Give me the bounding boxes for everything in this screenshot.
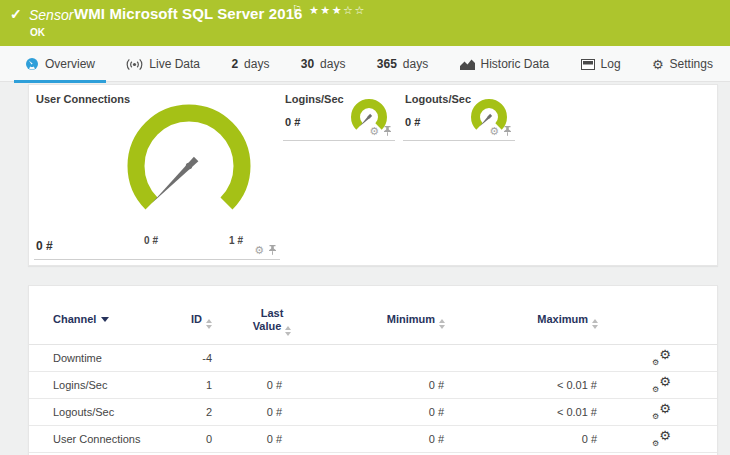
column-header-last-value[interactable]: Last Value bbox=[242, 307, 302, 336]
table-row: Downtime-4⚙⚙ bbox=[29, 345, 717, 372]
chart-icon bbox=[460, 59, 475, 70]
tab-365-days[interactable]: 365days bbox=[366, 46, 439, 82]
cell-channel-id: 2 bbox=[206, 399, 212, 426]
sort-arrows-icon bbox=[592, 319, 598, 329]
tab-label: Settings bbox=[670, 57, 713, 71]
tab-label: Log bbox=[601, 57, 621, 71]
cell-channel-id: 0 bbox=[206, 426, 212, 453]
cell-minimum: 0 # bbox=[429, 399, 444, 426]
small-gear-icon: ⚙ bbox=[652, 440, 659, 448]
object-kind-label: Sensor bbox=[29, 7, 73, 23]
tab-historic-data[interactable]: Historic Data bbox=[449, 46, 561, 82]
gauge-tools: ⚙ bbox=[489, 126, 512, 137]
gauge-scale-max: 1 # bbox=[216, 235, 256, 246]
sensor-header: ✓ Sensor WMI Microsoft SQL Server 2016 ⚐… bbox=[0, 0, 730, 46]
sensor-status-text: OK bbox=[30, 27, 45, 38]
tab-30-days[interactable]: 30days bbox=[290, 46, 357, 82]
tab-live-data[interactable]: Live Data bbox=[115, 46, 211, 82]
tab-strip: OverviewLive Data2days30days365daysHisto… bbox=[0, 46, 730, 82]
gauge-title: Logins/Sec bbox=[285, 93, 344, 105]
column-header-label: ID bbox=[191, 313, 202, 325]
tab-label: Overview bbox=[45, 57, 95, 71]
pin-icon[interactable] bbox=[383, 126, 392, 137]
column-header-label: Channel bbox=[53, 313, 96, 325]
big-gear-icon: ⚙ bbox=[659, 402, 671, 415]
cell-maximum: < 0.01 # bbox=[557, 399, 597, 426]
small-gear-icon: ⚙ bbox=[652, 413, 659, 421]
cell-minimum: 0 # bbox=[429, 372, 444, 399]
cell-last-value: 0 # bbox=[267, 399, 282, 426]
cell-last-value: 0 # bbox=[267, 426, 282, 453]
flag-icon[interactable]: ⚐ bbox=[292, 3, 302, 16]
tab-settings[interactable]: ⚙Settings bbox=[641, 46, 724, 82]
tab-label: days bbox=[403, 57, 428, 71]
gauges-panel: User Connections 0 # 1 # 0 # ⚙ Logins/Se… bbox=[28, 84, 718, 266]
tab-log[interactable]: Log bbox=[570, 46, 632, 82]
gauge-tools: ⚙ bbox=[369, 126, 392, 137]
column-header-label: Last bbox=[261, 307, 284, 319]
gauge-settings-gear-icon[interactable]: ⚙ bbox=[254, 245, 264, 256]
tab-number: 365 bbox=[377, 57, 397, 71]
big-gear-icon: ⚙ bbox=[659, 429, 671, 442]
table-body: Downtime-4⚙⚙Logins/Sec10 #0 #< 0.01 #⚙⚙L… bbox=[29, 345, 717, 453]
column-header-id[interactable]: ID bbox=[191, 313, 212, 329]
big-gear-icon: ⚙ bbox=[659, 375, 671, 388]
gauge-current-value: 0 # bbox=[405, 116, 420, 128]
gauge-scale-min: 0 # bbox=[131, 235, 171, 246]
tab-bar: OverviewLive Data2days30days365daysHisto… bbox=[14, 46, 724, 82]
cell-maximum: < 0.01 # bbox=[557, 372, 597, 399]
channel-table-panel: Channel ID Last Value Minimum Maximum Do… bbox=[28, 285, 718, 455]
user-connections-gauge-cell: User Connections 0 # 1 # 0 # ⚙ bbox=[34, 89, 280, 260]
tab-label: days bbox=[244, 57, 269, 71]
user-connections-gauge bbox=[124, 101, 254, 231]
sort-arrows-icon bbox=[285, 326, 291, 336]
tab-overview[interactable]: Overview bbox=[14, 46, 106, 82]
cell-channel-name: Logouts/Sec bbox=[53, 399, 114, 426]
gear-icon: ⚙ bbox=[652, 58, 664, 71]
sort-arrows-icon bbox=[206, 319, 212, 329]
sort-arrows-icon bbox=[439, 319, 445, 329]
cell-channel-name: User Connections bbox=[53, 426, 140, 453]
small-gear-icon: ⚙ bbox=[652, 386, 659, 394]
channel-settings-gears-icon[interactable]: ⚙⚙ bbox=[651, 430, 671, 448]
cell-maximum: 0 # bbox=[582, 426, 597, 453]
cell-channel-id: -4 bbox=[202, 345, 212, 372]
big-gear-icon: ⚙ bbox=[659, 348, 671, 361]
cell-channel-name: Logins/Sec bbox=[53, 372, 107, 399]
gauge-settings-gear-icon[interactable]: ⚙ bbox=[489, 126, 499, 137]
cell-last-value: 0 # bbox=[267, 372, 282, 399]
table-row: Logouts/Sec20 #0 #< 0.01 #⚙⚙ bbox=[29, 399, 717, 426]
table-row: Logins/Sec10 #0 #< 0.01 #⚙⚙ bbox=[29, 372, 717, 399]
pin-icon[interactable] bbox=[503, 126, 512, 137]
channel-settings-gears-icon[interactable]: ⚙⚙ bbox=[651, 349, 671, 367]
logouts-gauge-cell: Logouts/Sec 0 # ⚙ bbox=[403, 89, 515, 141]
cell-channel-name: Downtime bbox=[53, 345, 102, 372]
pin-icon[interactable] bbox=[268, 245, 277, 256]
tab-label: Live Data bbox=[149, 57, 200, 71]
priority-stars[interactable]: ★★★☆☆ bbox=[309, 4, 366, 17]
channel-settings-gears-icon[interactable]: ⚙⚙ bbox=[651, 403, 671, 421]
status-ok-check-icon: ✓ bbox=[10, 6, 22, 22]
gauge-icon bbox=[25, 57, 39, 71]
tab-number: 2 bbox=[231, 57, 238, 71]
log-icon bbox=[581, 59, 595, 70]
gauge-current-value: 0 # bbox=[36, 239, 53, 253]
sort-caret-down-icon bbox=[101, 317, 109, 322]
column-header-label: Maximum bbox=[537, 313, 588, 325]
column-header-maximum[interactable]: Maximum bbox=[537, 313, 598, 329]
small-gear-icon: ⚙ bbox=[652, 359, 659, 367]
table-row: User Connections00 #0 #0 #⚙⚙ bbox=[29, 426, 717, 453]
column-header-label: Value bbox=[253, 320, 282, 332]
column-header-channel[interactable]: Channel bbox=[53, 313, 109, 325]
gauge-settings-gear-icon[interactable]: ⚙ bbox=[369, 126, 379, 137]
channel-settings-gears-icon[interactable]: ⚙⚙ bbox=[651, 376, 671, 394]
tab-label: days bbox=[320, 57, 345, 71]
column-header-minimum[interactable]: Minimum bbox=[387, 313, 445, 329]
gauge-title: Logouts/Sec bbox=[405, 93, 471, 105]
gauge-title: User Connections bbox=[36, 93, 130, 105]
gauge-tools: ⚙ bbox=[254, 245, 277, 256]
prtg-sensor-page: ✓ Sensor WMI Microsoft SQL Server 2016 ⚐… bbox=[0, 0, 730, 455]
table-header-row: Channel ID Last Value Minimum Maximum bbox=[29, 286, 717, 345]
cell-channel-id: 1 bbox=[206, 372, 212, 399]
tab-2-days[interactable]: 2days bbox=[220, 46, 280, 82]
